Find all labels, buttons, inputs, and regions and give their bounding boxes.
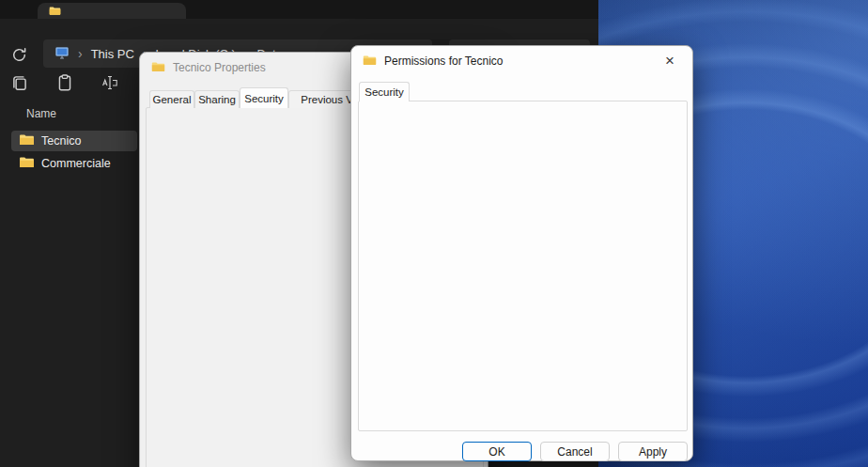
file-row-commerciale[interactable]: Commerciale: [11, 153, 137, 174]
copy-button[interactable]: [8, 71, 31, 94]
file-name: Tecnico: [41, 134, 81, 148]
tab-general[interactable]: General: [149, 90, 194, 108]
copy-icon: [10, 73, 29, 92]
explorer-tab[interactable]: [38, 3, 186, 19]
dialog-title: Permissions for Tecnico: [384, 54, 504, 68]
tab-security[interactable]: Security: [240, 87, 288, 108]
screen: › This PC › Local Disk (C:) › Data ›: [0, 0, 868, 467]
explorer-tab-strip: [0, 0, 598, 19]
security-tab-page: [358, 101, 688, 431]
folder-icon: [49, 3, 61, 20]
folder-icon: [19, 133, 35, 148]
paste-button[interactable]: [54, 71, 76, 94]
close-icon: ×: [665, 52, 674, 70]
column-header-name[interactable]: Name: [26, 107, 56, 120]
file-name: Commerciale: [41, 157, 111, 170]
apply-button[interactable]: Apply: [618, 442, 688, 461]
folder-icon: [19, 156, 35, 171]
ok-button[interactable]: OK: [462, 442, 532, 461]
permissions-title-bar[interactable]: Permissions for Tecnico: [351, 46, 692, 76]
cancel-button[interactable]: Cancel: [540, 442, 610, 461]
dialog-title: Tecnico Properties: [173, 61, 266, 74]
folder-icon: [151, 61, 165, 75]
permissions-dialog: Permissions for Tecnico × Security Objec…: [350, 45, 693, 461]
tab-security[interactable]: Security: [359, 82, 410, 101]
close-button[interactable]: ×: [655, 47, 685, 75]
rename-button[interactable]: [99, 71, 121, 94]
paste-icon: [55, 73, 74, 92]
file-row-tecnico[interactable]: Tecnico: [11, 131, 137, 151]
tab-sharing[interactable]: Sharing: [194, 90, 240, 108]
rename-icon: [101, 74, 119, 91]
folder-icon: [363, 54, 377, 69]
